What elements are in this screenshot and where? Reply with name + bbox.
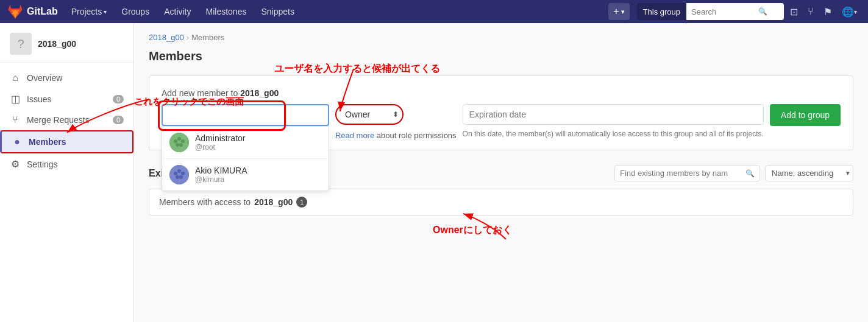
read-more-link[interactable]: Read more [335,131,374,140]
nav-groups[interactable]: Groups [115,0,155,23]
new-item-button[interactable]: + ▾ [608,3,629,20]
sidebar-item-label-merge-requests: Merge Requests [27,115,90,125]
dropdown-item-akio[interactable]: Akio KIMURA @kimura [162,159,329,191]
annotation-owner-hint: Ownerにしておく [433,224,512,237]
sidebar-item-merge-requests[interactable]: ⑂ Merge Requests 0 [0,110,133,130]
akio-info: Akio KIMURA @kimura [195,166,247,184]
existing-members-search-controls: 🔍 Name, ascending Name, descending Last … [614,165,853,181]
role-info: Read more about role permissions [335,131,457,140]
expiration-note: On this date, the member(s) will automat… [463,128,764,139]
merge-request-icon-button[interactable]: ⑂ [804,3,817,20]
admin-name: Administrator [195,133,245,143]
member-dropdown: Administrator @root [162,126,329,191]
breadcrumb-separator: › [187,33,189,42]
plus-icon: + [613,6,619,17]
svg-point-10 [174,172,177,175]
search-icon: 🔍 [758,7,767,16]
admin-avatar [169,133,189,152]
role-select[interactable]: Owner Developer Reporter Guest Master [335,104,404,125]
nav-milestones[interactable]: Milestones [200,0,253,23]
expiration-date-input[interactable] [463,104,764,125]
svg-point-4 [174,139,177,143]
sidebar-item-overview[interactable]: ⌂ Overview [0,68,133,88]
breadcrumb: 2018_g00 › Members [149,33,853,42]
sidebar-item-label-settings: Settings [27,159,58,169]
add-member-row: Administrator @root [162,104,841,140]
page-title: Members [149,49,853,63]
nav-activity[interactable]: Activity [158,0,197,23]
project-avatar: ? [10,33,32,55]
add-member-group-name: 2018_g00 [240,88,279,98]
sidebar-item-settings[interactable]: ⚙ Settings [0,153,133,175]
sidebar: ? 2018_g00 ⌂ Overview ◫ Issues 0 ⑂ Merge… [0,23,134,322]
existing-members-search-input[interactable] [620,169,742,178]
sidebar-project-header: ? 2018_g00 [0,23,133,63]
merge-requests-icon: ⑂ [10,114,21,125]
sidebar-item-label-issues: Issues [27,94,51,104]
gitlab-logo-text: GitLab [27,6,58,17]
akio-avatar [169,165,189,184]
svg-point-13 [176,175,179,179]
search-input[interactable] [691,7,758,16]
sidebar-project-name: 2018_g00 [38,39,76,49]
svg-point-7 [176,143,179,147]
svg-point-11 [177,169,181,173]
admin-info: Administrator @root [195,133,245,152]
sidebar-item-members[interactable]: ● Members [0,130,133,153]
user-avatar-button[interactable]: 🌐 ▾ [838,3,861,20]
svg-point-6 [181,139,185,143]
search-scope-wrap: This group 🔍 [637,3,784,20]
akio-avatar-image [169,165,189,184]
issues-icon: ⚑ [824,6,832,18]
admin-handle: @root [195,143,245,152]
access-group-name: 2018_g00 [254,197,293,207]
merge-request-icon: ⑂ [808,6,814,17]
projects-chevron-icon: ▾ [104,9,107,15]
members-icon: ● [12,136,23,147]
search-scope-label[interactable]: This group [637,3,686,20]
members-count-badge: 1 [296,197,307,208]
sidebar-item-label-overview: Overview [27,73,62,83]
gitlab-logo-icon [7,4,23,19]
todo-icon-button[interactable]: ⊡ [786,3,802,20]
issues-badge: 0 [113,95,124,103]
add-member-section: Add new member to 2018_g00 [149,75,853,150]
expiration-wrap: On this date, the member(s) will automat… [463,104,764,139]
role-select-wrap: Owner Developer Reporter Guest Master ⬍ [335,104,404,125]
issues-icon: ◫ [10,93,21,105]
sidebar-nav: ⌂ Overview ◫ Issues 0 ⑂ Merge Requests 0… [0,63,133,180]
add-member-label: Add new member to 2018_g00 [162,88,841,98]
access-title-text: Members with access to [159,197,251,207]
nav-logo[interactable]: GitLab [7,4,58,19]
member-search-input[interactable] [162,104,329,126]
svg-point-14 [179,175,183,179]
akio-handle: @kimura [195,175,247,184]
admin-avatar-image [169,133,189,152]
plus-chevron-icon: ▾ [621,8,625,16]
member-search-wrap: Administrator @root [162,104,329,126]
akio-name: Akio KIMURA [195,166,247,175]
overview-icon: ⌂ [10,72,21,83]
svg-rect-3 [169,133,189,152]
nav-snippets[interactable]: Snippets [255,0,300,23]
svg-point-5 [177,137,181,141]
merge-requests-badge: 0 [113,116,124,124]
breadcrumb-current: Members [191,33,224,42]
sort-select-wrap: Name, ascending Name, descending Last jo… [765,165,853,181]
user-avatar-chevron-icon: ▾ [854,9,857,15]
nav-search-wrap: 🔍 [686,3,784,20]
add-to-group-button[interactable]: Add to group [770,104,841,126]
breadcrumb-project-link[interactable]: 2018_g00 [149,33,184,42]
nav-projects[interactable]: Projects ▾ [65,0,113,23]
svg-point-12 [181,172,185,175]
sort-select[interactable]: Name, ascending Name, descending Last jo… [765,165,853,181]
issues-icon-button[interactable]: ⚑ [820,3,836,20]
sidebar-item-issues[interactable]: ◫ Issues 0 [0,88,133,110]
top-nav: GitLab Projects ▾ Groups Activity Milest… [0,0,868,23]
existing-search-wrap: 🔍 [614,165,760,181]
dropdown-item-admin[interactable]: Administrator @root [162,127,329,159]
user-avatar-icon: 🌐 [842,6,854,18]
svg-point-8 [179,143,183,147]
annotation-username-hint: ユーザ名を入力すると候補が出てくる [274,63,440,75]
members-with-access-title: Members with access to 2018_g00 1 [159,197,843,208]
